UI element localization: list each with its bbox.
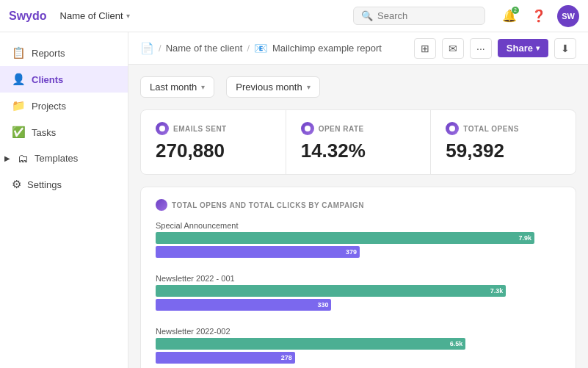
search-bar[interactable]: 🔍: [353, 7, 485, 25]
svg-point-0: [159, 126, 165, 131]
share-button[interactable]: Share ▾: [498, 39, 548, 57]
templates-icon: 🗂: [18, 152, 29, 165]
stat-label-emails-sent: EMAILS SENT: [156, 122, 271, 135]
main-content: 📄 / Name of the client / 📧 Mailchimp exa…: [128, 32, 588, 368]
notification-badge: 2: [512, 7, 519, 14]
bar-clicks-1: 379: [156, 246, 360, 258]
bar-clicks-2: 330: [156, 299, 331, 311]
bar-opens-3: 6.5k: [156, 338, 465, 350]
layout: 📋 Reports 👤 Clients 📁 Projects ✅ Tasks ▶…: [0, 32, 588, 368]
mailchimp-stat-icon-3: [446, 122, 459, 135]
bar-opens-val-1: 7.9k: [518, 234, 531, 242]
notifications-button[interactable]: 🔔 2: [498, 5, 520, 27]
chevron-down-icon: ▾: [201, 83, 205, 91]
bar-label-2: Newsletter 2022 - 001: [156, 274, 561, 283]
bars-1: 7.9k 379: [156, 232, 561, 258]
svg-point-2: [449, 126, 455, 131]
stat-value-emails-sent: 270,880: [156, 140, 271, 162]
sidebar-label-clients: Clients: [32, 74, 63, 85]
bar-clicks-val-1: 379: [346, 248, 357, 256]
stat-total-opens: TOTAL OPENS 59,392: [431, 110, 576, 174]
tasks-icon: ✅: [12, 126, 26, 139]
mailchimp-stat-icon-2: [301, 122, 314, 135]
projects-icon: 📁: [12, 99, 26, 112]
sidebar-item-templates[interactable]: ▶ 🗂 Templates: [0, 145, 128, 171]
stat-label-total-opens: TOTAL OPENS: [446, 122, 561, 135]
share-label: Share: [507, 43, 533, 54]
breadcrumb-client-link[interactable]: Name of the client: [166, 43, 243, 54]
reports-icon: 📋: [12, 46, 26, 59]
sidebar-item-reports[interactable]: 📋 Reports: [0, 40, 128, 66]
bar-group-2: Newsletter 2022 - 001 7.3k: [156, 274, 561, 311]
sidebar-label-templates: Templates: [35, 153, 78, 164]
sidebar-label-tasks: Tasks: [32, 127, 56, 138]
chart-mailchimp-icon: [156, 199, 167, 211]
sidebar-item-tasks[interactable]: ✅ Tasks: [0, 119, 128, 145]
content-area: Last month ▾ Previous month ▾ EMAILS SEN…: [128, 65, 588, 368]
bars-2: 7.3k 330: [156, 285, 561, 311]
help-button[interactable]: ❓: [528, 5, 550, 27]
date-filters: Last month ▾ Previous month ▾: [140, 76, 576, 98]
topbar: Swydo Name of Client ▾ 🔍 🔔 2 ❓ SW: [0, 0, 588, 32]
chevron-down-icon: ▾: [126, 12, 130, 20]
chart-title: TOTAL OPENS AND TOTAL CLICKS BY CAMPAIGN: [156, 199, 561, 211]
expand-icon: ▶: [4, 154, 10, 162]
bar-opens-val-2: 7.3k: [490, 287, 504, 295]
bar-label-1: Special Announcement: [156, 221, 561, 230]
search-icon: 🔍: [361, 10, 373, 21]
sidebar-label-settings: Settings: [27, 179, 62, 190]
last-month-filter[interactable]: Last month ▾: [140, 76, 214, 98]
bar-group-1: Special Announcement 7.9k: [156, 221, 561, 258]
stat-value-total-opens: 59,392: [446, 140, 561, 162]
doc-icon: 📄: [140, 42, 154, 55]
client-selector[interactable]: Name of Client ▾: [60, 10, 130, 21]
avatar[interactable]: SW: [557, 5, 579, 27]
bar-opens-2: 7.3k: [156, 285, 506, 297]
stats-row: EMAILS SENT 270,880 OPEN RATE 14.32%: [140, 109, 576, 175]
settings-icon: ⚙: [12, 178, 21, 191]
logo: Swydo: [9, 10, 47, 23]
mailchimp-icon: 📧: [254, 42, 268, 55]
chart-area: Special Announcement 7.9k: [156, 221, 561, 368]
bar-group-3: Newsletter 2022-002 6.5k: [156, 327, 561, 364]
more-options-button[interactable]: ···: [470, 38, 492, 59]
bar-opens-val-3: 6.5k: [450, 340, 463, 347]
sidebar-item-settings[interactable]: ⚙ Settings: [0, 171, 128, 198]
clients-icon: 👤: [12, 73, 26, 86]
stat-emails-sent: EMAILS SENT 270,880: [141, 110, 286, 174]
sidebar: 📋 Reports 👤 Clients 📁 Projects ✅ Tasks ▶…: [0, 32, 128, 368]
chevron-down-icon: ▾: [536, 44, 540, 52]
sidebar-label-reports: Reports: [32, 48, 65, 59]
breadcrumb-report-link[interactable]: Mailchimp example report: [272, 43, 382, 54]
prev-month-filter[interactable]: Previous month ▾: [226, 76, 319, 98]
stat-open-rate: OPEN RATE 14.32%: [286, 110, 432, 174]
bar-clicks-3: 278: [156, 352, 295, 364]
email-button[interactable]: ✉: [442, 38, 464, 59]
bar-opens-1: 7.9k: [156, 232, 534, 244]
bar-clicks-val-2: 330: [317, 301, 328, 309]
last-month-label: Last month: [150, 82, 197, 93]
download-button[interactable]: ⬇: [554, 38, 576, 59]
svg-point-1: [305, 126, 311, 131]
chevron-down-icon: ▾: [307, 83, 311, 91]
topbar-icons: 🔔 2 ❓ SW: [498, 5, 579, 27]
breadcrumb-bar: 📄 / Name of the client / 📧 Mailchimp exa…: [128, 32, 588, 65]
sidebar-label-projects: Projects: [32, 101, 66, 112]
chart-section: TOTAL OPENS AND TOTAL CLICKS BY CAMPAIGN…: [140, 187, 576, 368]
prev-month-label: Previous month: [236, 82, 302, 93]
stat-value-open-rate: 14.32%: [301, 140, 416, 162]
stat-label-open-rate: OPEN RATE: [301, 122, 416, 135]
search-input[interactable]: [377, 10, 477, 21]
bars-3: 6.5k 278: [156, 338, 561, 364]
breadcrumb: 📄 / Name of the client / 📧 Mailchimp exa…: [140, 42, 382, 55]
client-name: Name of Client: [60, 10, 123, 21]
bar-label-3: Newsletter 2022-002: [156, 327, 561, 336]
sidebar-item-projects[interactable]: 📁 Projects: [0, 93, 128, 119]
mailchimp-stat-icon: [156, 122, 169, 135]
sidebar-item-clients[interactable]: 👤 Clients: [0, 66, 128, 93]
view-toggle-button[interactable]: ⊞: [414, 38, 436, 59]
chart-bars: Special Announcement 7.9k: [156, 221, 561, 364]
bar-clicks-val-3: 278: [281, 354, 292, 361]
bc-actions: ⊞ ✉ ··· Share ▾ ⬇: [414, 38, 576, 59]
